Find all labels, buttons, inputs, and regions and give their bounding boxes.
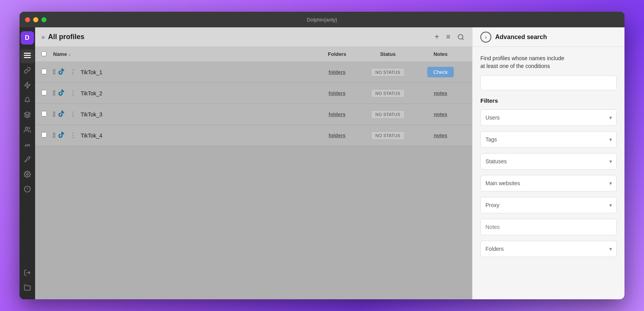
row-status-badge-2: NO STATUS bbox=[371, 89, 405, 98]
row-checkbox-3[interactable] bbox=[41, 111, 47, 116]
row-checkbox-4[interactable] bbox=[41, 132, 47, 138]
help-icon bbox=[24, 186, 31, 194]
row-notes-1[interactable]: Check bbox=[427, 67, 454, 77]
tiktok-icon bbox=[57, 110, 65, 119]
api-icon: API bbox=[25, 143, 30, 147]
name-column-header: Name bbox=[53, 51, 67, 57]
row-notes-2[interactable]: notes bbox=[434, 90, 448, 96]
notes-filter-input[interactable] bbox=[480, 219, 617, 235]
apple-icon:  bbox=[53, 110, 56, 118]
panel-expand-icon[interactable]: › bbox=[480, 32, 491, 43]
filter-button[interactable]: ≡ bbox=[444, 31, 452, 43]
proxy-filter-wrapper: Proxy bbox=[480, 197, 617, 213]
row-notes-4[interactable]: notes bbox=[434, 132, 448, 138]
folder-manage-icon bbox=[24, 284, 31, 293]
panel-body: Find profiles whose names include at lea… bbox=[473, 47, 624, 265]
row-menu-button-3[interactable]: ⋮ bbox=[68, 109, 78, 120]
sidebar: D bbox=[20, 27, 35, 299]
table-body:  ⋮ TikTok_1 folders NO STATUS bbox=[35, 62, 472, 299]
row-checkbox-2[interactable] bbox=[41, 90, 47, 95]
row-name-1: TikTok_1 bbox=[81, 69, 314, 75]
tags-filter[interactable]: Tags bbox=[480, 131, 617, 148]
main-websites-filter-wrapper: Main websites bbox=[480, 175, 617, 191]
expand-icon: » bbox=[41, 34, 45, 41]
proxy-filter[interactable]: Proxy bbox=[480, 197, 617, 213]
profiles-header: » All profiles + ≡ bbox=[35, 27, 472, 47]
add-profile-button[interactable]: + bbox=[433, 31, 441, 43]
svg-rect-0 bbox=[24, 53, 31, 54]
row-status-badge-3: NO STATUS bbox=[371, 110, 405, 119]
filters-label: Filters bbox=[480, 97, 617, 104]
apple-icon:  bbox=[53, 131, 56, 139]
row-checkbox-1[interactable] bbox=[41, 69, 47, 74]
links-icon bbox=[24, 67, 31, 75]
svg-rect-2 bbox=[24, 57, 31, 58]
table-row:  ⋮ TikTok_3 folders NO STATUS bbox=[35, 104, 472, 125]
svg-point-10 bbox=[458, 34, 463, 39]
table-row:  ⋮ TikTok_2 folders NO STATUS bbox=[35, 83, 472, 104]
users-filter[interactable]: Users bbox=[480, 109, 617, 126]
row-folders-link-2[interactable]: folders bbox=[328, 90, 345, 96]
window-controls bbox=[25, 17, 46, 22]
automation-icon bbox=[24, 82, 31, 90]
sidebar-item-logout[interactable] bbox=[20, 266, 34, 281]
logout-icon bbox=[24, 269, 31, 278]
sidebar-item-automation[interactable] bbox=[20, 79, 34, 93]
row-folders-link-3[interactable]: folders bbox=[328, 111, 345, 117]
minimize-button[interactable] bbox=[33, 17, 38, 22]
sidebar-item-profiles[interactable] bbox=[20, 49, 34, 63]
select-all-checkbox[interactable] bbox=[41, 51, 46, 56]
notifications-icon bbox=[24, 97, 30, 105]
tiktok-icon bbox=[57, 131, 65, 140]
status-column-header: Status bbox=[360, 51, 415, 57]
folders-filter-wrapper: Folders bbox=[480, 241, 617, 257]
tiktok-icon bbox=[57, 68, 65, 77]
folders-column-header: Folders bbox=[314, 51, 360, 57]
panel-title: Advanced search bbox=[495, 34, 547, 41]
row-folders-link-1[interactable]: folders bbox=[328, 69, 345, 75]
folders-filter[interactable]: Folders bbox=[480, 241, 617, 257]
users-filter-wrapper: Users bbox=[480, 109, 617, 126]
sidebar-item-api[interactable]: API bbox=[20, 138, 34, 152]
profiles-icon bbox=[24, 53, 31, 60]
team-icon bbox=[23, 126, 31, 135]
sidebar-item-settings[interactable] bbox=[20, 168, 34, 182]
sidebar-item-folder-manage[interactable] bbox=[20, 281, 34, 295]
row-name-4: TikTok_4 bbox=[81, 132, 314, 139]
launch-icon bbox=[24, 156, 30, 164]
row-menu-button-1[interactable]: ⋮ bbox=[68, 67, 78, 77]
close-button[interactable] bbox=[25, 17, 30, 22]
maximize-button[interactable] bbox=[41, 17, 46, 22]
sidebar-item-help[interactable] bbox=[20, 183, 34, 197]
svg-point-5 bbox=[26, 173, 28, 175]
main-content: D bbox=[20, 27, 624, 299]
tiktok-icon bbox=[57, 89, 65, 98]
main-websites-filter[interactable]: Main websites bbox=[480, 175, 617, 191]
row-menu-button-2[interactable]: ⋮ bbox=[68, 88, 78, 98]
table-row:  ⋮ TikTok_4 folders NO STATUS bbox=[35, 125, 472, 146]
sidebar-item-team[interactable] bbox=[20, 123, 34, 138]
row-folders-link-4[interactable]: folders bbox=[328, 132, 345, 138]
advanced-search-input[interactable] bbox=[480, 75, 617, 90]
titlebar: Dolphin{anty} bbox=[20, 12, 624, 27]
sidebar-item-extensions[interactable] bbox=[20, 109, 34, 123]
window-title: Dolphin{anty} bbox=[307, 17, 337, 23]
apple-icon:  bbox=[53, 89, 56, 97]
row-status-badge-1: NO STATUS bbox=[371, 68, 405, 77]
svg-marker-3 bbox=[25, 82, 30, 88]
row-notes-3[interactable]: notes bbox=[434, 111, 448, 117]
sidebar-item-notifications[interactable] bbox=[20, 94, 34, 108]
app-window: Dolphin{anty} D bbox=[20, 12, 624, 299]
statuses-filter[interactable]: Statuses bbox=[480, 153, 617, 170]
advanced-search-panel: › Advanced search Find profiles whose na… bbox=[472, 27, 624, 299]
logo-button[interactable]: D bbox=[21, 31, 34, 45]
row-menu-button-4[interactable]: ⋮ bbox=[68, 130, 78, 141]
search-button[interactable] bbox=[456, 32, 466, 42]
sidebar-item-links[interactable] bbox=[20, 64, 34, 78]
sort-icon[interactable]: ↓ bbox=[68, 52, 71, 57]
table-row:  ⋮ TikTok_1 folders NO STATUS bbox=[35, 62, 472, 83]
tags-filter-wrapper: Tags bbox=[480, 131, 617, 148]
settings-icon bbox=[24, 171, 31, 179]
svg-line-11 bbox=[462, 38, 463, 39]
sidebar-item-launch[interactable] bbox=[20, 153, 34, 167]
